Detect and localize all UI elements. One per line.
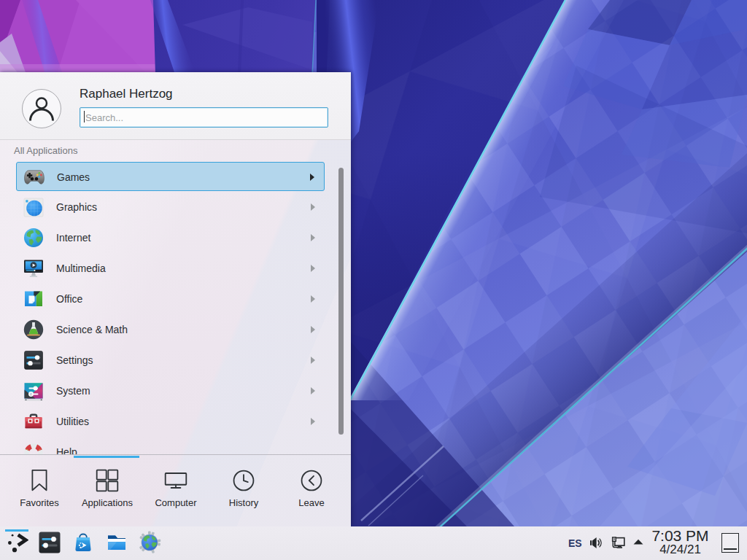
category-label: Science & Math: [56, 324, 128, 335]
submenu-arrow-icon: [311, 357, 315, 364]
help-icon: [23, 441, 44, 455]
submenu-arrow-icon: [311, 387, 315, 394]
category-row-utilities[interactable]: Utilities: [16, 407, 325, 436]
category-row-settings[interactable]: Settings: [16, 346, 325, 375]
office-icon: [23, 288, 44, 310]
text-caret: [84, 111, 85, 122]
tab-applications[interactable]: Applications: [73, 469, 142, 508]
tab-computer[interactable]: Computer: [142, 469, 210, 508]
tab-label: History: [209, 497, 278, 508]
utilities-icon: [23, 411, 44, 432]
category-row-internet[interactable]: Internet: [16, 223, 325, 252]
user-person-icon: [23, 90, 61, 128]
graphics-icon: [23, 196, 44, 218]
leave-icon: [300, 469, 323, 492]
submenu-arrow-icon: [311, 265, 315, 272]
category-label: Settings: [56, 354, 93, 366]
settings-icon: [23, 349, 44, 371]
category-label: Multimedia: [56, 262, 106, 274]
category-row-system[interactable]: System: [16, 376, 325, 405]
submenu-arrow-icon: [311, 418, 315, 425]
taskbar-panel: ES 7:03 PM 4/24/21: [0, 526, 747, 560]
search-input[interactable]: [80, 107, 328, 128]
submenu-arrow-icon: [311, 326, 315, 333]
volume-icon[interactable]: [589, 537, 603, 549]
games-icon: [23, 166, 45, 188]
tab-leave[interactable]: Leave: [277, 469, 346, 508]
submenu-arrow-icon: [311, 203, 315, 211]
system-icon: [23, 380, 44, 402]
science-icon: [23, 319, 44, 341]
show-desktop-button[interactable]: [721, 533, 739, 553]
applications-icon: [96, 469, 119, 492]
favorites-icon: [28, 469, 51, 492]
tab-history[interactable]: History: [209, 469, 278, 508]
category-row-graphics[interactable]: Graphics: [16, 192, 325, 222]
network-icon[interactable]: [611, 537, 625, 549]
category-row-games[interactable]: Games: [16, 162, 325, 191]
category-label: System: [56, 385, 90, 397]
history-icon: [232, 469, 255, 492]
application-launcher-popup: Raphael Hertzog All Applications Games: [0, 72, 351, 526]
category-label: Internet: [56, 232, 90, 244]
section-label: All Applications: [14, 145, 77, 156]
submenu-arrow-icon: [311, 295, 315, 303]
application-category-list: Games Graphics: [0, 162, 351, 455]
category-label: Office: [56, 293, 82, 305]
clock-date: 4/24/21: [639, 544, 721, 556]
system-tray: ES 7:03 PM 4/24/21: [0, 526, 747, 560]
launcher-tab-bar: Favorites Applications Computer: [0, 454, 351, 526]
submenu-arrow-icon: [311, 234, 315, 241]
internet-icon: [23, 227, 44, 249]
wallpaper-violet-panel: [150, 0, 316, 74]
category-label: Utilities: [56, 416, 89, 427]
user-name: Raphael Hertzog: [80, 87, 173, 101]
category-row-multimedia[interactable]: Multimedia: [16, 254, 325, 283]
multimedia-icon: [23, 257, 44, 279]
category-row-science[interactable]: Science & Math: [16, 315, 325, 344]
tab-label: Computer: [142, 497, 210, 508]
category-row-office[interactable]: Office: [16, 284, 325, 314]
clock-time: 7:03 PM: [639, 527, 721, 544]
keyboard-layout-indicator[interactable]: ES: [568, 537, 583, 549]
tab-label: Applications: [73, 497, 142, 508]
category-label: Games: [57, 171, 90, 183]
submenu-arrow-icon: [310, 174, 314, 181]
category-row-help[interactable]: Help: [16, 438, 325, 455]
tab-favorites[interactable]: Favorites: [5, 469, 74, 508]
tab-label: Leave: [277, 497, 346, 508]
computer-icon: [164, 469, 187, 492]
category-label: Graphics: [56, 201, 97, 213]
scrollbar-thumb[interactable]: [338, 168, 344, 435]
active-tab-indicator: [74, 456, 139, 458]
user-avatar-icon[interactable]: [22, 89, 61, 128]
digital-clock[interactable]: 7:03 PM 4/24/21: [639, 527, 721, 556]
launcher-header: Raphael Hertzog: [0, 72, 351, 140]
tab-label: Favorites: [5, 497, 74, 508]
